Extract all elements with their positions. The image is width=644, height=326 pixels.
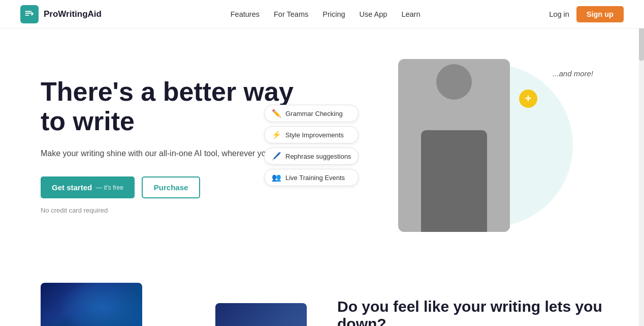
nav-pricing[interactable]: Pricing bbox=[323, 10, 345, 18]
second-title: Do you feel like your writing lets you d… bbox=[337, 298, 603, 326]
nav-actions: Log in Sign up bbox=[549, 6, 624, 22]
navbar: ProWritingAid Features For Teams Pricing… bbox=[0, 0, 644, 28]
person-body bbox=[421, 130, 487, 232]
free-label: — it's free bbox=[96, 184, 123, 191]
rephrase-icon: 🖊️ bbox=[272, 152, 281, 161]
plus-badge: + bbox=[519, 90, 537, 108]
second-text: Do you feel like your writing lets you d… bbox=[337, 283, 603, 326]
nav-learn[interactable]: Learn bbox=[401, 10, 420, 18]
nav-features[interactable]: Features bbox=[231, 10, 260, 18]
no-card-text: No credit card required bbox=[41, 206, 305, 214]
chip-rephrase: 🖊️ Rephrase suggestions bbox=[264, 147, 359, 165]
hero-person-illustration bbox=[398, 59, 510, 232]
and-more-label: ...and more! bbox=[553, 69, 593, 78]
chip-training: 👥 Live Training Events bbox=[264, 169, 359, 186]
logo-link[interactable]: ProWritingAid bbox=[20, 5, 102, 23]
scrollbar[interactable] bbox=[639, 0, 644, 326]
hero-right: ...and more! + ✏️ Grammar Checking ⚡ Sty… bbox=[305, 59, 603, 232]
nav-links: Features For Teams Pricing Use App Learn bbox=[231, 10, 421, 18]
logo-icon bbox=[20, 5, 39, 23]
nav-for-teams[interactable]: For Teams bbox=[274, 10, 308, 18]
blue-image: My idea in my head bbox=[215, 303, 307, 326]
second-images: My idea in my head bbox=[41, 283, 307, 326]
chip-rephrase-label: Rephrase suggestions bbox=[285, 153, 351, 160]
style-icon: ⚡ bbox=[272, 130, 281, 139]
chip-grammar: ✏️ Grammar Checking bbox=[264, 105, 359, 122]
feature-chips: ✏️ Grammar Checking ⚡ Style Improvements… bbox=[264, 105, 359, 186]
nav-use-app[interactable]: Use App bbox=[360, 10, 388, 18]
training-icon: 👥 bbox=[272, 173, 281, 182]
starry-night-image bbox=[41, 283, 142, 326]
hero-section: There's a better way to write Make your … bbox=[0, 28, 644, 252]
chip-grammar-label: Grammar Checking bbox=[285, 110, 343, 117]
chip-style-label: Style Improvements bbox=[285, 131, 344, 139]
chip-training-label: Live Training Events bbox=[285, 174, 345, 182]
logo-svg bbox=[24, 9, 35, 20]
get-started-label: Get started bbox=[52, 183, 92, 192]
person-head bbox=[436, 64, 472, 100]
brand-name: ProWritingAid bbox=[44, 9, 102, 19]
login-link[interactable]: Log in bbox=[549, 10, 569, 18]
person-image bbox=[398, 59, 510, 232]
chip-style: ⚡ Style Improvements bbox=[264, 126, 359, 143]
purchase-button[interactable]: Purchase bbox=[142, 176, 201, 198]
second-section: My idea in my head Do you feel like your… bbox=[0, 252, 644, 326]
grammar-icon: ✏️ bbox=[272, 109, 281, 118]
signup-button[interactable]: Sign up bbox=[576, 6, 624, 22]
get-started-button[interactable]: Get started — it's free bbox=[41, 176, 135, 198]
